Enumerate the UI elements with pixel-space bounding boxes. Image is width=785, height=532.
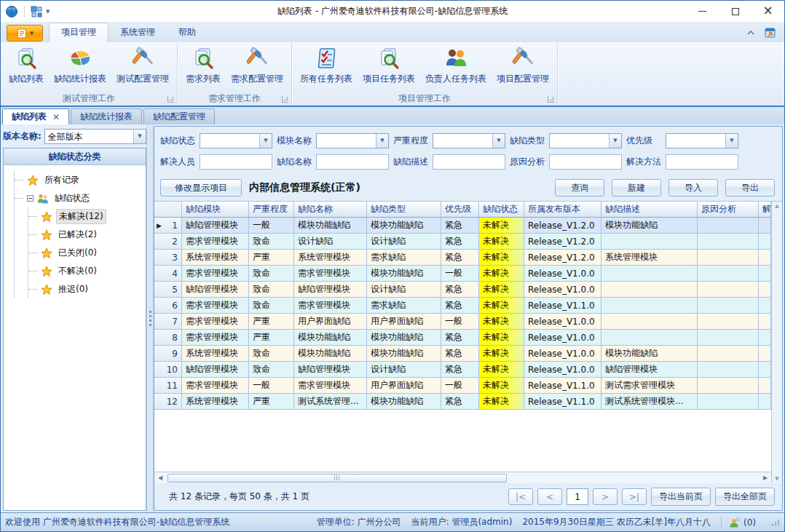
export-all-pages-button[interactable]: 导出全部页: [715, 488, 775, 506]
action-button-查询[interactable]: 查询: [555, 179, 604, 196]
cell-num: 3: [172, 253, 178, 263]
table-row[interactable]: 10缺陷管理模块致命缺陷管理模块设计缺陷紧急未解决Release_V1.0.0缺…: [154, 362, 771, 378]
tree-item-所有记录[interactable]: 所有记录: [15, 171, 143, 189]
column-header-解决[interactable]: 解决: [759, 202, 771, 218]
cell-release: Release_V1.0.0: [528, 269, 595, 279]
column-header-缺陷名称[interactable]: 缺陷名称: [294, 202, 367, 218]
ribbon-tab-帮助[interactable]: 帮助: [167, 23, 208, 42]
filter-select-缺陷类型[interactable]: ▼: [549, 133, 622, 148]
layout-grid-icon[interactable]: [31, 6, 42, 17]
tree-item-推迟(0)[interactable]: 推迟(0): [28, 280, 143, 298]
first-page-button[interactable]: |<: [508, 488, 533, 505]
cell-priority: 紧急: [445, 331, 462, 344]
column-header-row-selector[interactable]: [154, 202, 182, 218]
table-row[interactable]: ▶1缺陷管理模块一般模块功能缺陷模块功能缺陷紧急未解决Release_V1.2.…: [154, 218, 771, 234]
filter-input-缺陷名称[interactable]: [316, 154, 389, 170]
last-page-button[interactable]: >|: [622, 488, 647, 505]
table-row[interactable]: 9系统管理模块致命模块功能缺陷模块功能缺陷紧急未解决Release_V1.0.0…: [154, 346, 771, 362]
table-row[interactable]: 12系统管理模块严重测试系统管理...模块功能缺陷紧急未解决Release_V1…: [154, 394, 771, 410]
ribbon-button-测试配置管理[interactable]: 测试配置管理: [111, 44, 174, 87]
column-header-缺陷模块[interactable]: 缺陷模块: [182, 202, 249, 218]
column-header-所属发布版本[interactable]: 所属发布版本: [524, 202, 601, 218]
cell-priority: 一般: [445, 315, 462, 327]
filter-select-优先级[interactable]: ▼: [666, 133, 738, 148]
filter-input-缺陷描述[interactable]: [433, 154, 505, 170]
close-button[interactable]: ×: [752, 1, 784, 22]
column-header-原因分析[interactable]: 原因分析: [698, 202, 759, 218]
filter-select-严重程度[interactable]: ▼: [433, 133, 505, 148]
ribbon-tab-系统管理[interactable]: 系统管理: [109, 23, 167, 42]
column-header-缺陷描述[interactable]: 缺陷描述: [601, 202, 698, 218]
dialog-launcher-icon[interactable]: [167, 96, 174, 103]
prev-page-button[interactable]: <: [537, 488, 562, 505]
tree-item-已解决(2)[interactable]: 已解决(2): [28, 226, 143, 244]
ribbon-collapse-icon[interactable]: [745, 27, 757, 39]
ribbon-button-项目任务列表[interactable]: 项目任务列表: [358, 44, 420, 87]
sidebar-splitter[interactable]: [146, 124, 154, 512]
tree-item-已关闭(0)[interactable]: 已关闭(0): [28, 244, 143, 262]
filter-input-解决人员[interactable]: [200, 154, 272, 170]
column-header-优先级[interactable]: 优先级: [441, 202, 479, 218]
table-row[interactable]: 6需求管理模块致命需求管理模块需求缺陷紧急未解决Release_V1.1.0: [154, 298, 771, 314]
ribbon-button-负责人任务列表[interactable]: 负责人任务列表: [420, 44, 492, 87]
tree-item-未解决(12)[interactable]: 未解决(12): [28, 207, 143, 226]
action-button-导出[interactable]: 导出: [725, 179, 775, 196]
dropdown-icon[interactable]: ▼: [609, 134, 621, 148]
doc-tab-缺陷统计报表[interactable]: 缺陷统计报表: [71, 108, 142, 124]
ribbon-button-需求列表[interactable]: 需求列表: [181, 44, 226, 87]
dropdown-icon[interactable]: ▼: [492, 134, 505, 148]
dropdown-icon[interactable]: ▼: [725, 134, 738, 148]
dialog-launcher-icon[interactable]: [282, 96, 288, 103]
table-row[interactable]: 5缺陷管理模块致命缺陷管理模块设计缺陷紧急未解决Release_V1.0.0: [154, 282, 771, 298]
vertical-scrollbar[interactable]: ▲ ▼: [771, 202, 782, 483]
application-menu-button[interactable]: ▼: [7, 25, 43, 41]
action-button-新建[interactable]: 新建: [612, 179, 661, 196]
table-row[interactable]: 11需求管理模块一般需求管理模块用户界面缺陷一般未解决Release_V1.1.…: [154, 378, 771, 394]
minimize-button[interactable]: [686, 1, 719, 22]
dropdown-icon[interactable]: ▼: [376, 134, 388, 148]
ribbon-tab-项目管理[interactable]: 项目管理: [49, 23, 109, 42]
scroll-right-icon[interactable]: ▶: [760, 473, 771, 483]
version-select[interactable]: 全部版本 ▼: [44, 129, 146, 144]
doc-tab-缺陷配置管理[interactable]: 缺陷配置管理: [143, 108, 215, 124]
maximize-button[interactable]: [719, 1, 752, 22]
ribbon-button-需求配置管理[interactable]: 需求配置管理: [226, 44, 288, 87]
ribbon-button-项目配置管理[interactable]: 项目配置管理: [492, 44, 554, 87]
ribbon-button-所有任务列表[interactable]: 所有任务列表: [295, 44, 358, 87]
filter-input-解决方法[interactable]: [666, 154, 738, 170]
filter-select-模块名称[interactable]: ▼: [316, 133, 389, 148]
filter-input-原因分析[interactable]: [549, 154, 622, 170]
filter-select-缺陷状态[interactable]: ▼: [200, 133, 272, 148]
tree-item-不解决(0)[interactable]: 不解决(0): [28, 262, 143, 280]
page-number-input[interactable]: [567, 488, 588, 505]
table-row[interactable]: 8需求管理模块严重模块功能缺陷模块功能缺陷紧急未解决Release_V1.0.0: [154, 330, 771, 346]
qat-dropdown-caret[interactable]: ▼: [46, 9, 50, 15]
next-page-button[interactable]: >: [593, 488, 618, 505]
scroll-up-icon[interactable]: ▲: [775, 203, 778, 209]
dialog-launcher-icon[interactable]: [548, 96, 554, 103]
version-dropdown-icon[interactable]: ▼: [133, 130, 146, 143]
modify-columns-button[interactable]: 修改显示项目: [160, 179, 242, 196]
column-header-严重程度[interactable]: 严重程度: [249, 202, 294, 218]
window-switch-icon[interactable]: [764, 26, 777, 39]
doc-tab-缺陷列表[interactable]: 缺陷列表✕: [2, 108, 69, 124]
ribbon-button-缺陷列表[interactable]: 缺陷列表: [4, 44, 49, 87]
resize-grip[interactable]: [772, 520, 780, 525]
column-header-缺陷类型[interactable]: 缺陷类型: [367, 202, 441, 218]
tree-collapse-icon[interactable]: [27, 195, 33, 202]
table-row[interactable]: 2需求管理模块致命设计缺陷设计缺陷紧急未解决Release_V1.2.0: [154, 234, 771, 250]
export-current-page-button[interactable]: 导出当前页: [651, 488, 711, 506]
column-header-缺陷状态[interactable]: 缺陷状态: [479, 202, 524, 218]
dropdown-icon[interactable]: ▼: [259, 134, 272, 148]
table-row[interactable]: 7需求管理模块严重用户界面缺陷用户界面缺陷一般未解决Release_V1.0.0: [154, 314, 771, 330]
ribbon-button-缺陷统计报表[interactable]: 缺陷统计报表: [49, 44, 111, 87]
table-row[interactable]: 4需求管理模块致命需求管理模块模块功能缺陷一般未解决Release_V1.0.0: [154, 266, 771, 282]
tab-close-icon[interactable]: ✕: [52, 113, 60, 122]
scroll-left-icon[interactable]: ◀: [154, 473, 166, 483]
scrollbar-thumb[interactable]: [167, 474, 507, 483]
tree-item-缺陷状态[interactable]: 缺陷状态: [15, 189, 143, 207]
horizontal-scrollbar[interactable]: ◀ ▶: [154, 472, 771, 483]
action-button-导入[interactable]: 导入: [668, 179, 718, 196]
scroll-down-icon[interactable]: ▼: [775, 476, 778, 482]
table-row[interactable]: 3系统管理模块严重系统管理模块需求缺陷紧急未解决Release_V1.2.0系统…: [154, 250, 771, 266]
